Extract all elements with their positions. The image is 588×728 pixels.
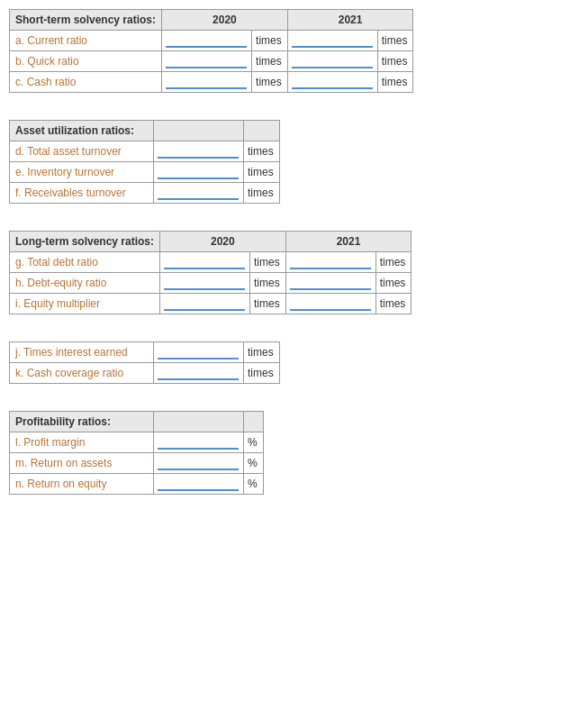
total-debt-ratio-2021-input[interactable] bbox=[290, 255, 371, 269]
table-row: n. Return on equity % bbox=[10, 474, 264, 495]
row-m-label: m. Return on assets bbox=[10, 453, 154, 474]
row-g-input-2020[interactable] bbox=[160, 252, 250, 273]
row-a-unit1: times bbox=[252, 31, 288, 51]
row-b-unit2: times bbox=[377, 51, 413, 72]
row-k-input[interactable] bbox=[154, 363, 244, 384]
row-h-input-2020[interactable] bbox=[160, 273, 250, 294]
row-i-unit2: times bbox=[375, 294, 412, 314]
short-term-header-2021: 2021 bbox=[287, 10, 413, 31]
coverage-section: j. Times interest earned times k. Cash c… bbox=[9, 341, 579, 384]
cash-ratio-2021-input[interactable] bbox=[292, 75, 373, 89]
row-a-label: a. Current ratio bbox=[10, 31, 162, 51]
row-f-unit: times bbox=[244, 183, 280, 204]
row-c-unit1: times bbox=[252, 72, 288, 93]
row-l-input[interactable] bbox=[154, 432, 244, 453]
long-term-section: Long-term solvency ratios: 2020 2021 g. … bbox=[9, 231, 579, 314]
current-ratio-2020-input[interactable] bbox=[166, 33, 247, 48]
equity-multiplier-2020-input[interactable] bbox=[164, 296, 245, 311]
long-term-header-2021: 2021 bbox=[285, 232, 412, 252]
row-g-unit1: times bbox=[250, 252, 286, 273]
table-row: j. Times interest earned times bbox=[10, 342, 280, 363]
table-row: c. Cash ratio times times bbox=[10, 72, 413, 93]
return-on-assets-input[interactable] bbox=[158, 456, 239, 470]
row-c-label: c. Cash ratio bbox=[10, 72, 162, 93]
table-row: h. Debt-equity ratio times times bbox=[10, 273, 412, 294]
row-f-label: f. Receivables turnover bbox=[10, 183, 154, 204]
row-n-label: n. Return on equity bbox=[10, 474, 154, 495]
cash-coverage-ratio-input[interactable] bbox=[158, 366, 239, 380]
row-m-input[interactable] bbox=[154, 453, 244, 474]
equity-multiplier-2021-input[interactable] bbox=[290, 296, 371, 311]
row-c-input-2020[interactable] bbox=[162, 72, 252, 93]
row-i-unit1: times bbox=[250, 294, 286, 314]
profitability-section: Profitability ratios: l. Profit margin %… bbox=[9, 411, 579, 495]
table-row: e. Inventory turnover times bbox=[10, 162, 280, 183]
row-i-input-2020[interactable] bbox=[160, 294, 250, 314]
row-c-input-2021[interactable] bbox=[287, 72, 377, 93]
current-ratio-2021-input[interactable] bbox=[292, 33, 373, 48]
row-l-label: l. Profit margin bbox=[10, 432, 154, 453]
row-i-input-2021[interactable] bbox=[285, 294, 375, 314]
table-row: f. Receivables turnover times bbox=[10, 183, 280, 204]
asset-util-header-blank2 bbox=[244, 121, 280, 141]
row-e-input[interactable] bbox=[154, 162, 244, 183]
row-d-label: d. Total asset turnover bbox=[10, 141, 154, 162]
profitability-header-blank2 bbox=[244, 412, 264, 432]
debt-equity-ratio-2020-input[interactable] bbox=[164, 276, 245, 290]
row-g-label: g. Total debt ratio bbox=[10, 252, 160, 273]
profitability-header-blank bbox=[154, 412, 244, 432]
profit-margin-input[interactable] bbox=[158, 435, 239, 450]
row-e-label: e. Inventory turnover bbox=[10, 162, 154, 183]
quick-ratio-2021-input[interactable] bbox=[292, 54, 373, 68]
receivables-turnover-input[interactable] bbox=[158, 186, 239, 200]
row-a-input-2021[interactable] bbox=[287, 31, 377, 51]
table-row: l. Profit margin % bbox=[10, 432, 264, 453]
long-term-header-2020: 2020 bbox=[160, 232, 286, 252]
short-term-header-label: Short-term solvency ratios: bbox=[10, 10, 162, 31]
row-j-unit: times bbox=[244, 342, 280, 363]
short-term-section: Short-term solvency ratios: 2020 2021 a.… bbox=[9, 9, 579, 93]
row-h-unit1: times bbox=[250, 273, 286, 294]
row-d-unit: times bbox=[244, 141, 280, 162]
row-e-unit: times bbox=[244, 162, 280, 183]
times-interest-earned-input[interactable] bbox=[158, 345, 239, 359]
row-h-label: h. Debt-equity ratio bbox=[10, 273, 160, 294]
row-l-unit: % bbox=[244, 432, 264, 453]
row-g-input-2021[interactable] bbox=[285, 252, 375, 273]
return-on-equity-input[interactable] bbox=[158, 477, 239, 491]
row-h-input-2021[interactable] bbox=[285, 273, 375, 294]
row-a-input-2020[interactable] bbox=[162, 31, 252, 51]
inventory-turnover-input[interactable] bbox=[158, 165, 239, 179]
row-b-label: b. Quick ratio bbox=[10, 51, 162, 72]
table-row: g. Total debt ratio times times bbox=[10, 252, 412, 273]
row-a-unit2: times bbox=[377, 31, 413, 51]
row-i-label: i. Equity multiplier bbox=[10, 294, 160, 314]
asset-util-header-label: Asset utilization ratios: bbox=[10, 121, 154, 141]
long-term-header-label: Long-term solvency ratios: bbox=[10, 232, 160, 252]
row-f-input[interactable] bbox=[154, 183, 244, 204]
asset-util-section: Asset utilization ratios: d. Total asset… bbox=[9, 120, 579, 204]
total-debt-ratio-2020-input[interactable] bbox=[164, 255, 245, 269]
row-g-unit2: times bbox=[375, 252, 412, 273]
table-row: a. Current ratio times times bbox=[10, 31, 413, 51]
table-row: m. Return on assets % bbox=[10, 453, 264, 474]
short-term-header-2020: 2020 bbox=[162, 10, 288, 31]
asset-util-header-blank bbox=[154, 121, 244, 141]
quick-ratio-2020-input[interactable] bbox=[166, 54, 247, 68]
table-row: d. Total asset turnover times bbox=[10, 141, 280, 162]
row-b-input-2021[interactable] bbox=[287, 51, 377, 72]
row-d-input[interactable] bbox=[154, 141, 244, 162]
row-c-unit2: times bbox=[377, 72, 413, 93]
cash-ratio-2020-input[interactable] bbox=[166, 75, 247, 89]
table-row: i. Equity multiplier times times bbox=[10, 294, 412, 314]
row-b-input-2020[interactable] bbox=[162, 51, 252, 72]
row-k-label: k. Cash coverage ratio bbox=[10, 363, 154, 384]
total-asset-turnover-input[interactable] bbox=[158, 144, 239, 159]
row-b-unit1: times bbox=[252, 51, 288, 72]
row-j-input[interactable] bbox=[154, 342, 244, 363]
row-n-input[interactable] bbox=[154, 474, 244, 495]
row-n-unit: % bbox=[244, 474, 264, 495]
table-row: k. Cash coverage ratio times bbox=[10, 363, 280, 384]
debt-equity-ratio-2021-input[interactable] bbox=[290, 276, 371, 290]
row-h-unit2: times bbox=[375, 273, 412, 294]
